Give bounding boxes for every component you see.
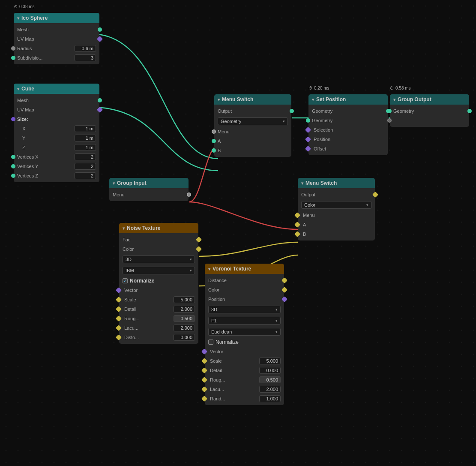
cube-vertx-value[interactable]: 2 [75, 153, 96, 160]
setposition-chevron[interactable]: ▾ [312, 97, 314, 102]
voronoi-body: Distance Color Position 3D ▾ F1 ▾ Euclid… [205, 274, 284, 405]
voronoi-scale-socket[interactable] [201, 358, 207, 364]
voronoi-euclidean-dropdown[interactable]: Euclidean ▾ [208, 328, 281, 336]
noise-3d-dropdown[interactable]: 3D ▾ [123, 256, 195, 263]
cube-mesh-socket[interactable] [98, 98, 102, 102]
icosphere-subdiv-value[interactable]: 3 [75, 54, 96, 61]
noise-detail-value[interactable]: 2.000 [174, 306, 195, 313]
icosphere-chevron[interactable]: ▾ [17, 16, 19, 21]
cube-z-value[interactable]: 1 m [75, 144, 96, 151]
cube-verty-value[interactable]: 2 [75, 163, 96, 170]
node-groupinput: ▾ Group Input Menu [109, 178, 189, 201]
cube-vertz-value[interactable]: 2 [75, 172, 96, 179]
noise-color-socket[interactable] [196, 246, 202, 252]
icosphere-uvmap-socket[interactable] [97, 36, 103, 42]
noise-disto-value[interactable]: 0.000 [174, 334, 195, 341]
noise-lacu-value[interactable]: 2.000 [174, 325, 195, 331]
voronoi-position-row: Position [205, 295, 284, 304]
groupinput-menu-socket[interactable] [187, 192, 191, 197]
voronoi-distance-socket[interactable] [281, 277, 287, 283]
noise-rough-value[interactable]: 0.500 [174, 315, 195, 322]
voronoi-detail-socket[interactable] [201, 367, 207, 373]
icosphere-timer: ⏱ 0.38 ms [14, 4, 35, 9]
groupoutput-geo-out-socket[interactable] [467, 109, 472, 113]
icosphere-radius-socket[interactable] [11, 46, 15, 51]
voronoi-chevron[interactable]: ▾ [208, 267, 210, 271]
menuswitch1-output-socket[interactable] [290, 109, 294, 113]
menuswitch1-a-row: A [214, 136, 291, 146]
menuswitch1-b-row: B [214, 146, 291, 155]
voronoi-rand-socket[interactable] [201, 396, 207, 402]
menuswitch2-menu-socket[interactable] [294, 212, 300, 218]
noise-normalize-checkbox[interactable]: ✓ [123, 278, 128, 283]
cube-chevron[interactable]: ▾ [17, 87, 19, 91]
setposition-sel-socket[interactable] [305, 127, 311, 133]
voronoi-rand-value[interactable]: 1.000 [259, 395, 281, 402]
menuswitch2-dropdown[interactable]: Color ▾ [301, 201, 371, 209]
cube-size-socket[interactable] [11, 117, 15, 121]
noise-disto-socket[interactable] [116, 334, 122, 340]
voronoi-color-socket[interactable] [281, 287, 287, 293]
noise-scale-value[interactable]: 5.000 [174, 296, 195, 303]
menuswitch1-a-socket[interactable] [212, 139, 216, 143]
icosphere-subdiv-socket[interactable] [11, 56, 15, 60]
voronoi-lacu-socket[interactable] [201, 386, 207, 392]
groupoutput-extra-socket[interactable] [387, 118, 392, 123]
voronoi-f1-dropdown[interactable]: F1 ▾ [208, 317, 281, 325]
noise-scale-socket[interactable] [116, 297, 122, 303]
setposition-body: Geometry Geometry Selection Position Off… [308, 105, 388, 155]
voronoi-scale-value[interactable]: 5.000 [259, 358, 281, 364]
noise-rough-socket[interactable] [116, 316, 122, 322]
groupoutput-chevron[interactable]: ▾ [393, 97, 395, 102]
groupoutput-timer: ⏱ 0.58 ms [390, 86, 411, 90]
cube-uvmap-socket[interactable] [97, 107, 103, 113]
menuswitch2-output-label: Output [301, 192, 371, 197]
groupinput-menu-row: Menu [109, 190, 189, 199]
menuswitch1-dropdown[interactable]: Geometry ▾ [218, 117, 288, 125]
cube-vertx-socket[interactable] [11, 155, 15, 159]
noise-fac-socket[interactable] [196, 237, 202, 243]
setposition-off-socket[interactable] [305, 146, 311, 152]
menuswitch1-output-row: Output [214, 106, 291, 116]
noise-vector-socket[interactable] [116, 287, 122, 293]
setposition-geo-socket[interactable] [306, 118, 310, 123]
noise-lacu-label: Lacu... [123, 325, 174, 331]
noise-fbm-dropdown[interactable]: fBM ▾ [123, 267, 195, 274]
setposition-pos-socket[interactable] [305, 136, 311, 142]
menuswitch1-menu-socket[interactable] [212, 129, 216, 134]
noise-lacu-socket[interactable] [116, 325, 122, 331]
cube-x-value[interactable]: 1 m [75, 125, 96, 132]
voronoi-header: ▾ Voronoi Texture [205, 264, 284, 274]
cube-verty-socket[interactable] [11, 164, 15, 168]
menuswitch2-menu-row: Menu [298, 210, 375, 220]
voronoi-rand-label: Rand... [208, 396, 259, 401]
menuswitch1-b-socket[interactable] [212, 148, 216, 153]
noise-detail-socket[interactable] [116, 306, 122, 312]
cube-y-row: Y 1 m [14, 133, 99, 143]
voronoi-position-socket[interactable] [281, 296, 287, 302]
menuswitch1-chevron[interactable]: ▾ [218, 97, 220, 102]
voronoi-rough-socket[interactable] [201, 377, 207, 383]
menuswitch2-output-socket[interactable] [372, 192, 378, 198]
menuswitch2-a-socket[interactable] [294, 222, 300, 228]
menuswitch2-chevron[interactable]: ▾ [301, 181, 303, 186]
groupoutput-geo-in-socket[interactable] [387, 109, 392, 113]
voronoi-lacu-row: Lacu... 2.000 [205, 385, 284, 394]
noisetexture-chevron[interactable]: ▾ [123, 226, 125, 231]
icosphere-radius-value[interactable]: 0.6 m [75, 45, 96, 52]
voronoi-rough-value[interactable]: 0.500 [259, 376, 281, 383]
voronoi-lacu-value[interactable]: 2.000 [259, 386, 281, 393]
icosphere-uvmap-row: UV Map [14, 34, 99, 44]
groupinput-chevron[interactable]: ▾ [113, 181, 115, 186]
cube-vertz-socket[interactable] [11, 174, 15, 178]
icosphere-mesh-socket[interactable] [98, 27, 102, 32]
voronoi-normalize-checkbox[interactable] [208, 340, 213, 345]
cube-mesh-label: Mesh [17, 98, 96, 103]
icosphere-uvmap-label: UV Map [17, 36, 96, 42]
menuswitch2-b-socket[interactable] [294, 231, 300, 237]
groupoutput-title: Group Output [398, 96, 431, 102]
voronoi-vector-socket[interactable] [201, 349, 207, 355]
voronoi-3d-dropdown[interactable]: 3D ▾ [208, 306, 281, 313]
cube-y-value[interactable]: 1 m [75, 135, 96, 141]
voronoi-detail-value[interactable]: 0.000 [259, 367, 281, 374]
